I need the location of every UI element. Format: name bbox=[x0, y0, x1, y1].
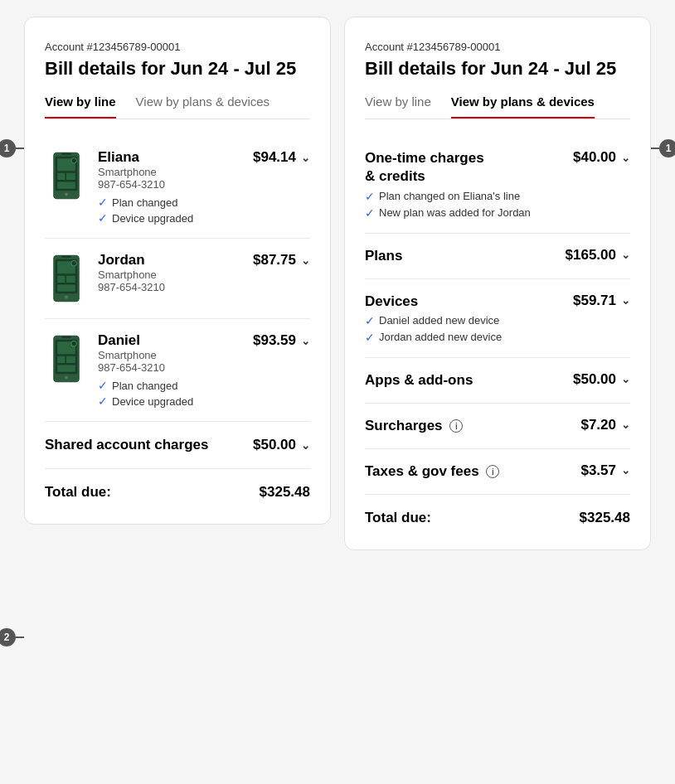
line-amount-jordan[interactable]: $87.75 ⌄ bbox=[253, 252, 310, 269]
shared-charges-label: Shared account charges bbox=[45, 437, 208, 453]
shared-charges-amount[interactable]: $50.00 ⌄ bbox=[253, 437, 310, 453]
info-icon-taxes[interactable]: i bbox=[486, 465, 499, 478]
line-number-daniel: 987-654-3210 bbox=[98, 361, 243, 374]
line-number-eliana: 987-654-3210 bbox=[98, 178, 243, 191]
line-info-eliana: Eliana Smartphone 987-654-3210 ✓ Plan ch… bbox=[98, 149, 243, 225]
line-jordan: Jordan Smartphone 987-654-3210 $87.75 ⌄ bbox=[45, 239, 310, 319]
line-info-jordan: Jordan Smartphone 987-654-3210 bbox=[98, 252, 243, 298]
charge-surcharges: Surcharges i $7.20 ⌄ bbox=[365, 404, 630, 449]
phone-image-eliana bbox=[45, 149, 88, 202]
chevron-taxes: ⌄ bbox=[621, 464, 630, 477]
chevron-jordan: ⌄ bbox=[301, 254, 310, 267]
charge-one-time: One-time charges & credits ✓ Plan change… bbox=[365, 136, 630, 233]
right-tabs: View by line View by plans & devices bbox=[365, 94, 630, 119]
svg-rect-2 bbox=[61, 153, 71, 156]
svg-point-12 bbox=[65, 296, 68, 299]
check-icon-eliana-2: ✓ bbox=[98, 211, 108, 225]
right-total-amount: $325.48 bbox=[580, 510, 630, 526]
charge-one-time-amount[interactable]: $40.00 ⌄ bbox=[573, 149, 630, 166]
svg-rect-24 bbox=[66, 356, 75, 363]
charge-devices-detail-2: ✓ Jordan added new device bbox=[365, 331, 573, 344]
line-eliana: Eliana Smartphone 987-654-3210 ✓ Plan ch… bbox=[45, 136, 310, 239]
check-icon-devices-2: ✓ bbox=[365, 331, 375, 344]
charge-surcharges-amount[interactable]: $7.20 ⌄ bbox=[580, 417, 630, 433]
charge-taxes-label: Taxes & gov fees i bbox=[365, 462, 499, 481]
eliana-plan-changed: ✓ Plan changed bbox=[98, 196, 243, 209]
chevron-surcharges: ⌄ bbox=[621, 419, 630, 431]
left-panel: Account #123456789-00001 Bill details fo… bbox=[24, 17, 331, 525]
charge-surcharges-label: Surcharges i bbox=[365, 417, 463, 435]
left-tabs: View by line View by plans & devices bbox=[45, 94, 310, 119]
check-icon-daniel-1: ✓ bbox=[98, 379, 108, 392]
right-total-row: Total due: $325.48 bbox=[365, 495, 630, 526]
charge-one-time-group: One-time charges & credits ✓ Plan change… bbox=[365, 149, 573, 219]
charge-devices-detail-1: ✓ Daniel added new device bbox=[365, 314, 573, 327]
charge-devices: Devices ✓ Daniel added new device ✓ Jord… bbox=[365, 279, 630, 358]
indicator-1-dash bbox=[16, 148, 24, 149]
charge-plans-amount[interactable]: $165.00 ⌄ bbox=[566, 247, 630, 264]
svg-rect-25 bbox=[57, 365, 75, 372]
line-number-jordan: 987-654-3210 bbox=[98, 281, 243, 293]
svg-rect-15 bbox=[66, 276, 75, 283]
svg-point-17 bbox=[71, 261, 77, 267]
indicator-2-dash bbox=[16, 636, 24, 638]
indicator-1-dash-right bbox=[651, 148, 659, 149]
tab-view-by-line-left[interactable]: View by line bbox=[45, 94, 116, 119]
svg-rect-5 bbox=[57, 173, 65, 180]
charge-plans-label: Plans bbox=[365, 247, 402, 265]
check-icon-onetime-2: ✓ bbox=[365, 206, 375, 220]
chevron-plans: ⌄ bbox=[621, 249, 630, 261]
tab-view-by-plans-right[interactable]: View by plans & devices bbox=[451, 94, 595, 119]
charge-one-time-detail-1: ✓ Plan changed on Eliana's line bbox=[365, 190, 573, 203]
line-type-jordan: Smartphone bbox=[98, 269, 243, 281]
charge-apps-amount[interactable]: $50.00 ⌄ bbox=[573, 371, 630, 388]
shared-charges-row: Shared account charges $50.00 ⌄ bbox=[45, 422, 310, 469]
info-icon-surcharges[interactable]: i bbox=[449, 419, 463, 433]
right-account-number: Account #123456789-00001 bbox=[365, 41, 630, 53]
line-name-eliana: Eliana bbox=[98, 149, 243, 166]
charge-plans: Plans $165.00 ⌄ bbox=[365, 234, 630, 279]
chevron-daniel: ⌄ bbox=[301, 335, 310, 347]
indicator-1-bubble: 1 bbox=[0, 139, 16, 157]
charge-one-time-detail-2: ✓ New plan was added for Jordan bbox=[365, 206, 573, 220]
chevron-devices: ⌄ bbox=[621, 294, 630, 307]
right-total-label: Total due: bbox=[365, 510, 431, 526]
line-name-daniel: Daniel bbox=[98, 332, 243, 349]
left-bill-title: Bill details for Jun 24 - Jul 25 bbox=[45, 58, 310, 80]
eliana-device-upgraded: ✓ Device upgraded bbox=[98, 211, 243, 225]
line-amount-eliana[interactable]: $94.14 ⌄ bbox=[253, 149, 310, 166]
svg-rect-11 bbox=[61, 256, 71, 259]
check-icon-eliana-1: ✓ bbox=[98, 196, 108, 209]
chevron-onetime: ⌄ bbox=[621, 152, 630, 164]
svg-rect-23 bbox=[57, 356, 65, 363]
line-info-daniel: Daniel Smartphone 987-654-3210 ✓ Plan ch… bbox=[98, 332, 243, 408]
svg-rect-7 bbox=[57, 182, 75, 189]
svg-rect-16 bbox=[57, 285, 75, 292]
left-account-number: Account #123456789-00001 bbox=[45, 41, 310, 53]
phone-image-daniel bbox=[45, 332, 88, 385]
left-total-amount: $325.48 bbox=[260, 484, 310, 501]
svg-point-3 bbox=[65, 193, 68, 196]
line-daniel: Daniel Smartphone 987-654-3210 ✓ Plan ch… bbox=[45, 319, 310, 422]
check-icon-onetime-1: ✓ bbox=[365, 190, 375, 203]
tab-view-by-plans-left[interactable]: View by plans & devices bbox=[136, 94, 270, 119]
line-amount-daniel[interactable]: $93.59 ⌄ bbox=[253, 332, 310, 349]
indicator-2-bubble: 2 bbox=[0, 628, 16, 646]
line-type-eliana: Smartphone bbox=[98, 166, 243, 178]
check-icon-devices-1: ✓ bbox=[365, 314, 375, 327]
charge-taxes: Taxes & gov fees i $3.57 ⌄ bbox=[365, 449, 630, 495]
daniel-plan-changed: ✓ Plan changed bbox=[98, 379, 243, 392]
chevron-eliana: ⌄ bbox=[301, 152, 310, 164]
charge-one-time-label: One-time charges & credits bbox=[365, 149, 490, 186]
svg-point-8 bbox=[71, 158, 77, 164]
charge-devices-group: Devices ✓ Daniel added new device ✓ Jord… bbox=[365, 293, 573, 344]
phone-image-jordan bbox=[45, 252, 88, 305]
line-name-jordan: Jordan bbox=[98, 252, 243, 269]
charge-devices-label: Devices bbox=[365, 293, 490, 311]
charge-devices-amount[interactable]: $59.71 ⌄ bbox=[573, 293, 630, 309]
right-panel: Account #123456789-00001 Bill details fo… bbox=[344, 17, 651, 550]
svg-rect-6 bbox=[66, 173, 75, 180]
tab-view-by-line-right[interactable]: View by line bbox=[365, 94, 431, 119]
charge-taxes-amount[interactable]: $3.57 ⌄ bbox=[580, 462, 630, 479]
left-total-row: Total due: $325.48 bbox=[45, 469, 310, 501]
